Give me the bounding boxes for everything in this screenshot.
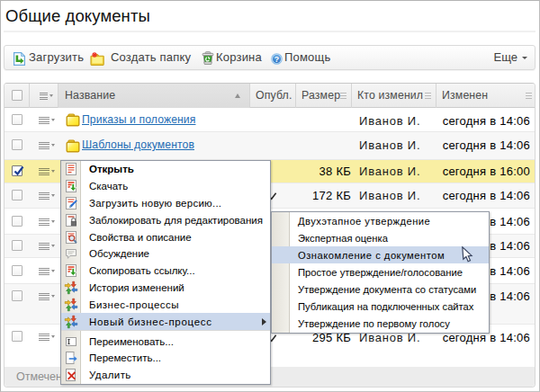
svg-text:?: ? bbox=[274, 55, 279, 64]
